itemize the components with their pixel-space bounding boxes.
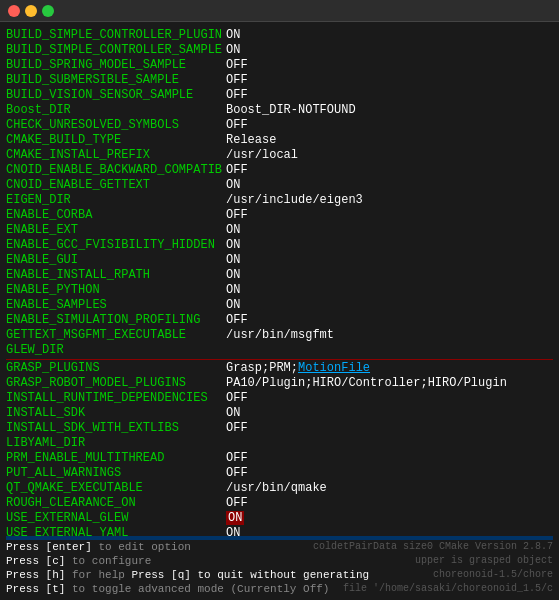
config-val: OFF bbox=[226, 88, 553, 103]
config-val: OFF bbox=[226, 208, 553, 223]
config-key: LIBYAML_DIR bbox=[6, 436, 226, 451]
config-row[interactable]: PRM_ENABLE_MULTITHREADOFF bbox=[6, 451, 553, 466]
config-val: Release bbox=[226, 133, 553, 148]
config-row[interactable]: GLEW_DIR bbox=[6, 343, 553, 358]
window-controls bbox=[8, 5, 54, 17]
config-key: QT_QMAKE_EXECUTABLE bbox=[6, 481, 226, 496]
bottom-row: Press [enter] to edit optioncoldetPairDa… bbox=[6, 540, 553, 554]
config-row[interactable]: INSTALL_RUNTIME_DEPENDENCIESOFF bbox=[6, 391, 553, 406]
config-val: OFF bbox=[226, 466, 553, 481]
bottom-section: Press [enter] to edit optioncoldetPairDa… bbox=[6, 540, 553, 596]
config-key: ENABLE_SAMPLES bbox=[6, 298, 226, 313]
config-row[interactable]: ENABLE_EXTON bbox=[6, 223, 553, 238]
config-row[interactable]: CNOID_ENABLE_BACKWARD_COMPATIBOFF bbox=[6, 163, 553, 178]
config-row[interactable]: BUILD_SPRING_MODEL_SAMPLEOFF bbox=[6, 58, 553, 73]
config-row[interactable]: CMAKE_BUILD_TYPERelease bbox=[6, 133, 553, 148]
config-row[interactable]: BUILD_SIMPLE_CONTROLLER_PLUGINON bbox=[6, 28, 553, 43]
config-val: ON bbox=[226, 238, 553, 253]
config-key: EIGEN_DIR bbox=[6, 193, 226, 208]
config-val bbox=[226, 343, 553, 358]
config-row[interactable]: ENABLE_PYTHONON bbox=[6, 283, 553, 298]
config-key: PUT_ALL_WARNINGS bbox=[6, 466, 226, 481]
config-val: Grasp;PRM;MotionFile bbox=[226, 361, 553, 376]
config-row[interactable]: USE_EXTERNAL_YAMLON bbox=[6, 526, 553, 536]
config-key: Boost_DIR bbox=[6, 103, 226, 118]
config-row[interactable]: CMAKE_INSTALL_PREFIX/usr/local bbox=[6, 148, 553, 163]
config-row[interactable]: ENABLE_INSTALL_RPATHON bbox=[6, 268, 553, 283]
bottom-row: Press [c] to configureupper is grasped o… bbox=[6, 554, 553, 568]
config-val: ON bbox=[226, 268, 553, 283]
config-key: GRASP_ROBOT_MODEL_PLUGINS bbox=[6, 376, 226, 391]
config-row[interactable]: QT_QMAKE_EXECUTABLE/usr/bin/qmake bbox=[6, 481, 553, 496]
config-val: /usr/local bbox=[226, 148, 553, 163]
config-key: CHECK_UNRESOLVED_SYMBOLS bbox=[6, 118, 226, 133]
close-button[interactable] bbox=[8, 5, 20, 17]
config-key: INSTALL_RUNTIME_DEPENDENCIES bbox=[6, 391, 226, 406]
bottom-right: upper is grasped object bbox=[415, 554, 553, 568]
config-row[interactable]: ENABLE_GUION bbox=[6, 253, 553, 268]
config-row[interactable]: ENABLE_SIMULATION_PROFILINGOFF bbox=[6, 313, 553, 328]
config-row[interactable]: INSTALL_SDKON bbox=[6, 406, 553, 421]
config-key: PRM_ENABLE_MULTITHREAD bbox=[6, 451, 226, 466]
config-row[interactable]: ENABLE_CORBAOFF bbox=[6, 208, 553, 223]
config-row[interactable]: GRASP_PLUGINSGrasp;PRM;MotionFile bbox=[6, 361, 553, 376]
config-key: GRASP_PLUGINS bbox=[6, 361, 226, 376]
config-key: BUILD_SIMPLE_CONTROLLER_PLUGIN bbox=[6, 28, 226, 43]
bottom-left: Press [t] to toggle advanced mode (Curre… bbox=[6, 582, 329, 596]
config-row[interactable]: CNOID_ENABLE_GETTEXTON bbox=[6, 178, 553, 193]
config-val: OFF bbox=[226, 313, 553, 328]
config-key: BUILD_SUBMERSIBLE_SAMPLE bbox=[6, 73, 226, 88]
config-val: ON bbox=[226, 283, 553, 298]
config-row[interactable]: ENABLE_GCC_FVISIBILITY_HIDDENON bbox=[6, 238, 553, 253]
config-key: ROUGH_CLEARANCE_ON bbox=[6, 496, 226, 511]
config-val: /usr/bin/qmake bbox=[226, 481, 553, 496]
config-key: INSTALL_SDK bbox=[6, 406, 226, 421]
config-row[interactable]: GETTEXT_MSGFMT_EXECUTABLE/usr/bin/msgfmt bbox=[6, 328, 553, 343]
config-key: CNOID_ENABLE_GETTEXT bbox=[6, 178, 226, 193]
config-key: ENABLE_EXT bbox=[6, 223, 226, 238]
maximize-button[interactable] bbox=[42, 5, 54, 17]
config-row[interactable]: EIGEN_DIR/usr/include/eigen3 bbox=[6, 193, 553, 208]
motion-file-link[interactable]: MotionFile bbox=[298, 361, 370, 375]
config-val: OFF bbox=[226, 118, 553, 133]
config-key: BUILD_SIMPLE_CONTROLLER_SAMPLE bbox=[6, 43, 226, 58]
config-row[interactable]: LIBYAML_DIR bbox=[6, 436, 553, 451]
bottom-left: Press [c] to configure bbox=[6, 554, 151, 568]
config-row[interactable]: USE_EXTERNAL_GLEWON bbox=[6, 511, 553, 526]
config-key: CMAKE_BUILD_TYPE bbox=[6, 133, 226, 148]
config-row[interactable]: GRASP_ROBOT_MODEL_PLUGINSPA10/Plugin;HIR… bbox=[6, 376, 553, 391]
config-val: OFF bbox=[226, 421, 553, 436]
config-row[interactable]: BUILD_VISION_SENSOR_SAMPLEOFF bbox=[6, 88, 553, 103]
config-row[interactable]: ROUGH_CLEARANCE_ONOFF bbox=[6, 496, 553, 511]
bottom-row: Press [h] for help Press [q] to quit wit… bbox=[6, 568, 553, 582]
config-row[interactable]: ENABLE_SAMPLESON bbox=[6, 298, 553, 313]
config-val: OFF bbox=[226, 496, 553, 511]
config-val: OFF bbox=[226, 391, 553, 406]
bottom-left: Press [h] for help Press [q] to quit wit… bbox=[6, 568, 369, 582]
config-val: OFF bbox=[226, 163, 553, 178]
config-row[interactable]: CHECK_UNRESOLVED_SYMBOLSOFF bbox=[6, 118, 553, 133]
config-key: GETTEXT_MSGFMT_EXECUTABLE bbox=[6, 328, 226, 343]
config-val: ON bbox=[226, 406, 553, 421]
bottom-left: Press [enter] to edit option bbox=[6, 540, 191, 554]
config-table: BUILD_SIMPLE_CONTROLLER_PLUGINONBUILD_SI… bbox=[6, 28, 553, 536]
config-val: ON bbox=[226, 511, 553, 526]
config-row[interactable]: BUILD_SIMPLE_CONTROLLER_SAMPLEON bbox=[6, 43, 553, 58]
minimize-button[interactable] bbox=[25, 5, 37, 17]
title-bar bbox=[0, 0, 559, 22]
config-key: ENABLE_GUI bbox=[6, 253, 226, 268]
config-row[interactable]: Boost_DIRBoost_DIR-NOTFOUND bbox=[6, 103, 553, 118]
config-key: ENABLE_PYTHON bbox=[6, 283, 226, 298]
config-row[interactable]: PUT_ALL_WARNINGSOFF bbox=[6, 466, 553, 481]
bottom-right: choreonoid-1.5/chore bbox=[433, 568, 553, 582]
config-val: ON bbox=[226, 298, 553, 313]
config-val: ON bbox=[226, 43, 553, 58]
config-row[interactable]: INSTALL_SDK_WITH_EXTLIBSOFF bbox=[6, 421, 553, 436]
config-key: CNOID_ENABLE_BACKWARD_COMPATIB bbox=[6, 163, 226, 178]
config-val: PA10/Plugin;HIRO/Controller;HIRO/Plugin bbox=[226, 376, 553, 391]
config-key: BUILD_SPRING_MODEL_SAMPLE bbox=[6, 58, 226, 73]
config-val: ON bbox=[226, 178, 553, 193]
config-row[interactable]: BUILD_SUBMERSIBLE_SAMPLEOFF bbox=[6, 73, 553, 88]
config-key: BUILD_VISION_SENSOR_SAMPLE bbox=[6, 88, 226, 103]
config-key: INSTALL_SDK_WITH_EXTLIBS bbox=[6, 421, 226, 436]
